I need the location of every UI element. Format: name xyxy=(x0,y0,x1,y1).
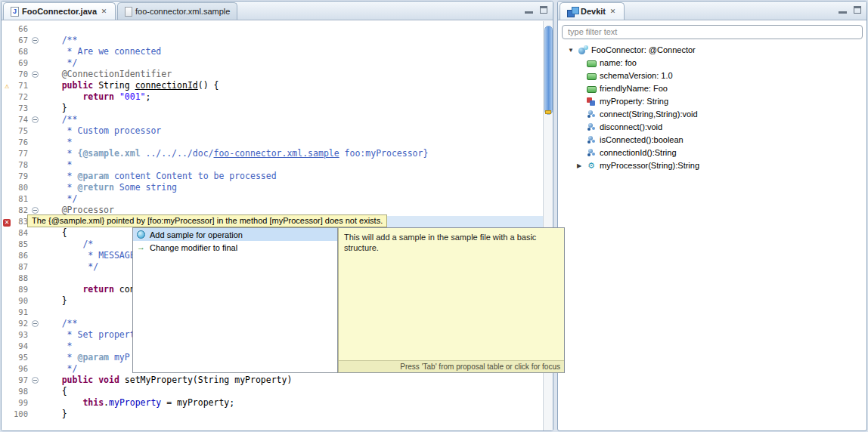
tree-item[interactable]: friendlyName: Foo xyxy=(558,82,866,95)
error-tooltip: The {@sample.xml} pointed by [foo:myProc… xyxy=(27,214,387,227)
quickfix-icon xyxy=(136,230,146,239)
maximize-icon[interactable] xyxy=(540,6,547,14)
code-text[interactable]: * {@sample.xml ../../../doc/foo-connecto… xyxy=(41,148,553,159)
code-text[interactable]: * Custom processor xyxy=(41,125,553,137)
tree-item[interactable]: isConnected():boolean xyxy=(558,134,866,147)
devkit-tabbar: Devkit xyxy=(558,2,866,20)
close-icon[interactable] xyxy=(100,8,108,16)
code-line[interactable]: 66 xyxy=(2,23,553,35)
line-number: 88 xyxy=(12,273,30,284)
fold-collapse-icon[interactable] xyxy=(32,71,39,78)
fold-collapse-icon[interactable] xyxy=(32,116,39,123)
code-line[interactable]: 100 } xyxy=(2,409,553,420)
minimize-icon[interactable] xyxy=(525,6,533,14)
connector-icon xyxy=(578,45,588,55)
tab-devkit[interactable]: Devkit xyxy=(560,2,625,20)
fold-collapse-icon[interactable] xyxy=(32,320,39,327)
expander-spacer xyxy=(575,85,583,92)
filter-input[interactable] xyxy=(562,25,863,39)
line-number: 77 xyxy=(12,148,30,159)
expander-spacer xyxy=(575,137,583,143)
line-number: 81 xyxy=(12,193,30,205)
code-text[interactable]: */ xyxy=(41,193,553,205)
change-icon xyxy=(136,242,146,252)
code-text[interactable]: public String connectionId() { xyxy=(41,80,553,91)
code-line[interactable]: 75 * Custom processor xyxy=(2,125,553,137)
code-text[interactable]: /** xyxy=(41,35,553,46)
code-line[interactable]: 76 * xyxy=(2,137,553,148)
code-text[interactable]: /** xyxy=(41,114,553,125)
code-text[interactable]: this.myProperty = myProperty; xyxy=(41,397,553,409)
tab-label: foo-connector.xml.sample xyxy=(135,7,230,16)
code-line[interactable]: 79 * @param content Content to be proces… xyxy=(2,171,553,182)
code-text[interactable]: } xyxy=(41,103,553,114)
code-text[interactable]: } xyxy=(41,409,553,420)
code-line[interactable]: 67 /** xyxy=(2,35,553,46)
line-number: 86 xyxy=(12,250,30,261)
scrollbar-thumb[interactable] xyxy=(544,26,553,115)
proposal-item[interactable]: Change modifier to final xyxy=(133,241,337,254)
code-text[interactable]: * @return Some string xyxy=(41,182,553,193)
tree-item-label: FooConnector: @Connector xyxy=(591,45,696,54)
code-text[interactable] xyxy=(41,23,553,35)
line-number: 100 xyxy=(12,409,30,420)
code-text[interactable]: @ConnectionIdentifier xyxy=(41,69,553,80)
code-line[interactable]: 70 @ConnectionIdentifier xyxy=(2,69,553,80)
expander-spacer xyxy=(575,73,583,79)
code-line[interactable]: 74 /** xyxy=(2,114,553,125)
tree-item[interactable]: ▼FooConnector: @Connector xyxy=(558,44,866,57)
collapse-icon[interactable]: ▼ xyxy=(567,47,575,54)
code-line[interactable]: 69 */ xyxy=(2,57,553,69)
close-icon[interactable] xyxy=(609,8,617,16)
tree-item-label: schemaVersion: 1.0 xyxy=(600,71,673,80)
maximize-icon[interactable] xyxy=(854,6,861,14)
file-icon xyxy=(125,7,132,17)
fold-collapse-icon[interactable] xyxy=(32,377,39,384)
proposal-detail-panel: This will add a sample in the sample fil… xyxy=(338,227,565,373)
tree-item-label: isConnected():boolean xyxy=(600,135,684,144)
filter-wrap xyxy=(558,20,866,42)
tab-fooconnector-java[interactable]: FooConnector.java xyxy=(3,2,116,20)
warning-icon[interactable]: ⚠ xyxy=(5,82,9,90)
code-text[interactable]: */ xyxy=(41,57,553,69)
code-line[interactable]: 77 * {@sample.xml ../../../doc/foo-conne… xyxy=(2,148,553,159)
eclipse-window: FooConnector.java foo-connector.xml.samp… xyxy=(0,0,868,432)
tree-item[interactable]: myProperty: String xyxy=(558,95,866,108)
code-line[interactable]: 68 * Are we connected xyxy=(2,46,553,57)
tree-item[interactable]: connectionId():String xyxy=(558,147,866,159)
overview-warning-mark[interactable] xyxy=(545,110,551,114)
line-number: 96 xyxy=(12,363,30,375)
code-text[interactable]: * xyxy=(41,137,553,148)
code-text[interactable]: public void setMyProperty(String myPrope… xyxy=(41,375,553,386)
code-text[interactable]: { xyxy=(41,386,553,397)
code-line[interactable]: 97 public void setMyProperty(String myPr… xyxy=(2,375,553,386)
code-line[interactable]: 99 this.myProperty = myProperty; xyxy=(2,397,553,409)
tree-item[interactable]: name: foo xyxy=(558,57,866,69)
expand-icon[interactable]: ▶ xyxy=(575,162,583,169)
fold-collapse-icon[interactable] xyxy=(32,207,39,214)
code-line[interactable]: 73 } xyxy=(2,103,553,114)
tree-item[interactable]: schemaVersion: 1.0 xyxy=(558,69,866,82)
code-line[interactable]: ⚠71 public String connectionId() { xyxy=(2,80,553,91)
code-line[interactable]: 81 */ xyxy=(2,193,553,205)
code-text[interactable]: * Are we connected xyxy=(41,46,553,57)
minimize-icon[interactable] xyxy=(839,6,847,14)
line-number: 67 xyxy=(12,35,30,46)
proposal-item[interactable]: Add sample for operation xyxy=(133,228,337,241)
code-line[interactable]: 80 * @return Some string xyxy=(2,182,553,193)
tree-item[interactable]: disconnect():void xyxy=(558,121,866,134)
error-icon[interactable] xyxy=(3,219,11,227)
tree-item-label: connectionId():String xyxy=(600,148,677,157)
tab-foo-connector-sample[interactable]: foo-connector.xml.sample xyxy=(117,2,237,20)
devkit-tree: ▼FooConnector: @Connector name: foo sche… xyxy=(558,42,866,172)
code-text[interactable]: * xyxy=(41,159,553,171)
fold-collapse-icon[interactable] xyxy=(32,37,39,44)
line-number: 85 xyxy=(12,239,30,250)
code-text[interactable]: * @param content Content to be processed xyxy=(41,171,553,182)
code-line[interactable]: 98 { xyxy=(2,386,553,397)
tree-item[interactable]: ▶myProcessor(String):String xyxy=(558,159,866,172)
code-line[interactable]: 72 return "001"; xyxy=(2,91,553,103)
tree-item[interactable]: connect(String,String):void xyxy=(558,108,866,121)
code-line[interactable]: 78 * xyxy=(2,159,553,171)
code-text[interactable]: return "001"; xyxy=(41,91,553,103)
